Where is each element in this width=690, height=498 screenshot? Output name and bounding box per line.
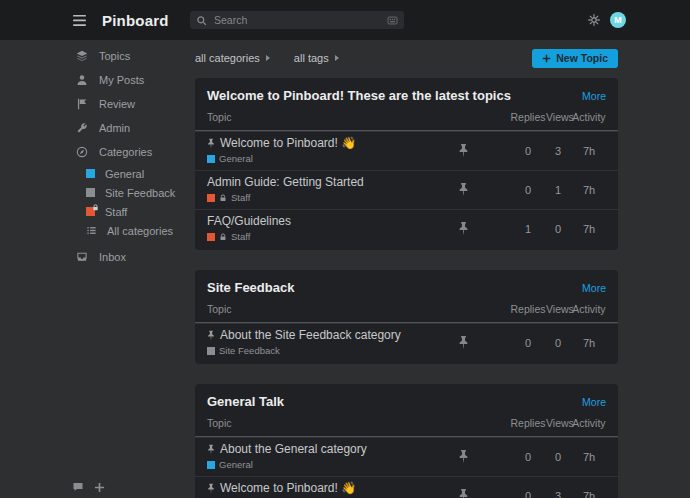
- tag-filter-label: all tags: [294, 52, 329, 64]
- topic-row[interactable]: About the Site Feedback categorySite Fee…: [195, 323, 618, 362]
- flag-icon: [76, 98, 88, 110]
- topic-title[interactable]: Welcome to Pinboard! 👋: [220, 137, 356, 150]
- pin-icon: [207, 444, 215, 455]
- more-link[interactable]: More: [582, 90, 606, 102]
- column-headers: TopicRepliesViewsActivity: [195, 300, 618, 323]
- sidebar-category-label: Site Feedback: [105, 187, 175, 199]
- pin-icon: [207, 483, 215, 494]
- lock-icon: [219, 233, 227, 241]
- topic-row[interactable]: Welcome to Pinboard! 👋General037h: [195, 476, 618, 498]
- sidebar-item-all-categories[interactable]: All categories: [0, 221, 195, 240]
- topic-row[interactable]: About the General categoryGeneral007h: [195, 437, 618, 476]
- topic-title[interactable]: About the Site Feedback category: [220, 329, 401, 342]
- sidebar-item-categories[interactable]: Categories: [0, 140, 195, 164]
- sidebar-item-label: My Posts: [99, 74, 144, 86]
- replies-count: 0: [510, 490, 546, 498]
- header: Pinboard M: [0, 0, 690, 40]
- topic-row[interactable]: Welcome to Pinboard! 👋General037h: [195, 131, 618, 170]
- gear-icon[interactable]: [588, 14, 600, 26]
- category-color-badge: [207, 461, 215, 469]
- topic-title-line: Welcome to Pinboard! 👋: [207, 482, 458, 495]
- views-count: 1: [546, 184, 570, 196]
- topic-list-card: Welcome to Pinboard! These are the lates…: [195, 78, 618, 250]
- lock-icon: [219, 194, 227, 202]
- search-icon: [196, 15, 207, 26]
- lock-icon: [92, 204, 99, 211]
- column-header-topic: Topic: [207, 417, 458, 429]
- tag-filter-dropdown[interactable]: all tags: [294, 52, 339, 64]
- topic-title-line: About the Site Feedback category: [207, 329, 458, 342]
- search-bar[interactable]: [190, 11, 404, 29]
- poster-avatar[interactable]: [458, 143, 510, 158]
- poster-avatar[interactable]: [458, 221, 510, 236]
- new-topic-button[interactable]: New Topic: [532, 49, 618, 68]
- chevron-right-icon: [266, 55, 270, 61]
- topic-title[interactable]: Welcome to Pinboard! 👋: [220, 482, 356, 495]
- sidebar-item-review[interactable]: Review: [0, 92, 195, 116]
- pin-icon: [458, 488, 469, 498]
- replies-count: 0: [510, 451, 546, 463]
- main-content: all categories all tags New Topic Welcom…: [195, 40, 618, 498]
- topic-category-badge[interactable]: Site Feedback: [207, 345, 458, 356]
- sidebar-item-my-posts[interactable]: My Posts: [0, 68, 195, 92]
- category-color-badge: [86, 188, 95, 197]
- sidebar-category-site-feedback[interactable]: Site Feedback: [0, 183, 195, 202]
- sidebar-item-label: Topics: [99, 50, 130, 62]
- section-title[interactable]: Site Feedback: [207, 280, 294, 295]
- topic-category-badge[interactable]: Staff: [207, 231, 458, 242]
- add-section-icon[interactable]: [94, 482, 105, 493]
- chat-icon[interactable]: [72, 481, 84, 493]
- new-topic-label: New Topic: [556, 52, 608, 64]
- search-shortcut-icon[interactable]: [387, 15, 398, 26]
- topic-category-badge[interactable]: Staff: [207, 192, 458, 203]
- sidebar-item-label: Inbox: [99, 251, 126, 263]
- views-count: 3: [546, 145, 570, 157]
- poster-avatar[interactable]: [458, 488, 510, 498]
- poster-avatar[interactable]: [458, 182, 510, 197]
- sidebar: TopicsMy PostsReviewAdminCategoriesGener…: [0, 40, 195, 498]
- topic-title[interactable]: FAQ/Guidelines: [207, 215, 291, 228]
- topic-row[interactable]: FAQ/GuidelinesStaff107h: [195, 209, 618, 248]
- sidebar-item-admin[interactable]: Admin: [0, 116, 195, 140]
- pin-icon: [207, 138, 215, 149]
- hamburger-menu-icon[interactable]: [72, 14, 87, 27]
- sidebar-item-inbox[interactable]: Inbox: [0, 245, 195, 269]
- topic-title[interactable]: Admin Guide: Getting Started: [207, 176, 364, 189]
- views-count: 3: [546, 490, 570, 498]
- poster-avatar[interactable]: [458, 335, 510, 350]
- topic-main-cell: Welcome to Pinboard! 👋General: [207, 482, 458, 498]
- user-avatar[interactable]: M: [610, 12, 626, 28]
- poster-avatar[interactable]: [458, 449, 510, 464]
- topic-category-name: Staff: [231, 231, 250, 242]
- sidebar-category-general[interactable]: General: [0, 164, 195, 183]
- sidebar-footer: [72, 481, 105, 493]
- site-title[interactable]: Pinboard: [102, 12, 169, 29]
- topic-category-name: Site Feedback: [219, 345, 280, 356]
- pin-icon: [207, 330, 215, 341]
- forum-app: Pinboard M TopicsMy PostsReviewAdminCate…: [0, 0, 690, 498]
- search-input[interactable]: [212, 13, 382, 27]
- pin-icon: [458, 143, 469, 158]
- header-actions: M: [588, 0, 626, 40]
- section-header: General TalkMore: [195, 384, 618, 414]
- topic-title-line: Admin Guide: Getting Started: [207, 176, 458, 189]
- more-link[interactable]: More: [582, 282, 606, 294]
- section-title[interactable]: General Talk: [207, 394, 284, 409]
- pin-icon: [458, 182, 469, 197]
- topic-category-badge[interactable]: General: [207, 459, 458, 470]
- topic-main-cell: About the Site Feedback categorySite Fee…: [207, 329, 458, 356]
- user-icon: [76, 74, 88, 86]
- sidebar-category-staff[interactable]: Staff: [0, 202, 195, 221]
- sidebar-item-topics[interactable]: Topics: [0, 44, 195, 68]
- category-filter-dropdown[interactable]: all categories: [195, 52, 270, 64]
- topic-title[interactable]: About the General category: [220, 443, 367, 456]
- plus-icon: [542, 54, 551, 63]
- more-link[interactable]: More: [582, 396, 606, 408]
- inbox-icon: [76, 251, 88, 263]
- topic-category-name: Staff: [231, 192, 250, 203]
- section-title: Welcome to Pinboard! These are the lates…: [207, 88, 511, 103]
- category-color-badge: [207, 347, 215, 355]
- topic-category-badge[interactable]: General: [207, 153, 458, 164]
- topic-row[interactable]: Admin Guide: Getting StartedStaff017h: [195, 170, 618, 209]
- activity-age: 7h: [570, 145, 608, 157]
